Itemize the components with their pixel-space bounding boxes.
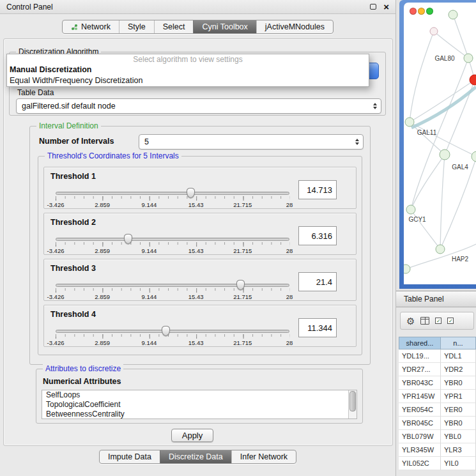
tick-label: 15.43 bbox=[188, 201, 204, 208]
gear-icon[interactable]: ⚙ bbox=[406, 316, 415, 326]
numerical-attributes-list[interactable]: SelfLoopsTopologicalCoefficientBetweenne… bbox=[42, 390, 357, 419]
network-node-gal11[interactable] bbox=[405, 118, 414, 127]
tab-discretize-data[interactable]: Discretize Data bbox=[160, 450, 231, 463]
tab-label: Infer Network bbox=[240, 452, 288, 461]
numerical-attribute-item[interactable]: BetweennessCentrality bbox=[42, 410, 357, 419]
threshold-value-field[interactable]: 21.4 bbox=[298, 272, 337, 291]
network-node[interactable] bbox=[449, 10, 457, 19]
thresholds-group: Threshold's Coordinates for 5 Intervals … bbox=[38, 156, 362, 355]
network-node[interactable] bbox=[472, 151, 476, 162]
dropdown-option-equal-width-frequency-discretization[interactable]: Equal Width/Frequency Discretization bbox=[7, 75, 369, 86]
column-header-name[interactable]: n... bbox=[441, 337, 476, 349]
dropdown-option-manual-discretization[interactable]: Manual Discretization bbox=[7, 65, 369, 75]
network-node-gal80[interactable] bbox=[464, 54, 473, 63]
node-label: GAL11 bbox=[417, 129, 437, 136]
algorithm-dropdown-popup: Select algorithm to view settings Manual… bbox=[6, 54, 369, 87]
tab-jactivemnodules[interactable]: jActiveMNodules bbox=[256, 20, 333, 33]
tick-label: 15.43 bbox=[188, 247, 204, 254]
bottom-tabgroup: Impute DataDiscretize DataInfer Network bbox=[99, 450, 296, 464]
network-node-gcy1[interactable] bbox=[406, 205, 415, 214]
network-edge[interactable] bbox=[410, 80, 475, 122]
network-edge[interactable] bbox=[440, 155, 445, 249]
threshold-slider[interactable]: -3.4262.8599.14415.4321.71528 bbox=[56, 280, 289, 300]
bottom-tabbar: Impute DataDiscretize DataInfer Network bbox=[0, 450, 395, 464]
tab-select[interactable]: Select bbox=[154, 20, 194, 33]
slider-tick-labels: -3.4262.8599.14415.4321.71528 bbox=[56, 293, 289, 300]
network-canvas[interactable]: GAL80GAL11GAL4GCY1HAP2 bbox=[404, 3, 476, 284]
network-node-hap2[interactable] bbox=[436, 245, 445, 254]
network-edge[interactable] bbox=[453, 15, 468, 58]
table-row[interactable]: YBL079WYBL0 bbox=[399, 430, 476, 443]
tick-label: 21.715 bbox=[233, 339, 252, 346]
column-header-shared-name[interactable]: shared... bbox=[399, 337, 441, 349]
list-scrollbar[interactable] bbox=[348, 390, 357, 418]
tick-label: 28 bbox=[286, 293, 293, 300]
table-cell: YBR045C bbox=[399, 417, 441, 430]
threshold-value-field[interactable]: 14.713 bbox=[298, 180, 337, 199]
table-row[interactable]: YIL052CYIL0 bbox=[399, 457, 476, 470]
network-node[interactable] bbox=[430, 27, 438, 35]
apply-button[interactable]: Apply bbox=[171, 429, 213, 442]
table-row[interactable]: YER054CYER0 bbox=[399, 403, 476, 417]
table-row[interactable]: YBR045CYBR0 bbox=[399, 417, 476, 430]
threshold-slider[interactable]: -3.4262.8599.14415.4321.71528 bbox=[56, 234, 289, 254]
close-icon[interactable]: × bbox=[383, 2, 389, 12]
columns-icon[interactable] bbox=[420, 317, 429, 325]
tick-label: 28 bbox=[286, 247, 293, 254]
slider-thumb[interactable] bbox=[187, 188, 195, 198]
tick-label: 9.144 bbox=[142, 201, 157, 208]
tab-network[interactable]: Network bbox=[63, 20, 119, 33]
numerical-attributes-label: Numerical Attributes bbox=[43, 377, 121, 386]
tab-impute-data[interactable]: Impute Data bbox=[100, 450, 160, 463]
network-node-gal4[interactable] bbox=[440, 150, 450, 160]
numerical-attribute-item[interactable]: SelfLoops bbox=[42, 390, 357, 400]
float-window-icon[interactable] bbox=[370, 4, 376, 10]
slider-track[interactable] bbox=[56, 192, 289, 195]
table-data-combobox[interactable]: galFiltered.sif default node bbox=[16, 98, 381, 114]
network-edge[interactable] bbox=[411, 155, 445, 210]
table-row[interactable]: YDL19...YDL1 bbox=[399, 349, 476, 363]
right-panel: GAL80GAL11GAL4GCY1HAP2 Table Panel ⚙ ✓ ✓… bbox=[396, 0, 476, 476]
tab-infer-network[interactable]: Infer Network bbox=[231, 450, 296, 463]
table-cell: YBR0 bbox=[441, 417, 476, 430]
threshold-value-field[interactable]: 6.316 bbox=[298, 226, 337, 245]
tab-style[interactable]: Style bbox=[119, 20, 154, 33]
network-edge[interactable] bbox=[434, 31, 468, 58]
table-row[interactable]: YLR345WYLR3 bbox=[399, 443, 476, 457]
network-edge-thick[interactable] bbox=[411, 87, 476, 128]
tick-label: 2.859 bbox=[95, 293, 110, 300]
select-all-icon[interactable]: ✓ bbox=[435, 318, 441, 324]
slider-track[interactable] bbox=[56, 330, 289, 333]
dropdown-options: Manual DiscretizationEqual Width/Frequen… bbox=[7, 65, 369, 86]
attributes-group: Attributes to discretize Numerical Attri… bbox=[36, 369, 363, 424]
numerical-attribute-item[interactable]: TopologicalCoefficient bbox=[42, 400, 357, 410]
threshold-slider[interactable]: -3.4262.8599.14415.4321.71528 bbox=[56, 326, 289, 346]
tick-label: 15.43 bbox=[188, 339, 204, 346]
slider-thumb[interactable] bbox=[162, 326, 170, 336]
table-header-row: shared... n... bbox=[399, 337, 476, 349]
table-data-value: galFiltered.sif default node bbox=[22, 102, 116, 111]
slider-thumb[interactable] bbox=[236, 280, 245, 290]
slider-track[interactable] bbox=[56, 284, 289, 287]
num-intervals-combobox[interactable]: 5 bbox=[139, 134, 364, 150]
table-panel: ⚙ ✓ ✓ shared... n... YDL19...YDL1YDR27..… bbox=[396, 307, 476, 476]
network-edge[interactable] bbox=[410, 31, 434, 122]
slider-track[interactable] bbox=[56, 238, 289, 241]
tick-label: -3.426 bbox=[47, 247, 65, 254]
select-shown-icon[interactable]: ✓ bbox=[447, 318, 454, 324]
threshold-label: Threshold 1 bbox=[50, 172, 96, 181]
tab-cyni-toolbox[interactable]: Cyni Toolbox bbox=[193, 20, 256, 33]
network-graph[interactable]: GAL80GAL11GAL4GCY1HAP2 bbox=[404, 3, 476, 284]
network-node[interactable] bbox=[404, 265, 410, 273]
threshold-value-field[interactable]: 11.344 bbox=[298, 318, 337, 337]
table-row[interactable]: YBR043CYBR0 bbox=[399, 376, 476, 390]
threshold-slider[interactable]: -3.4262.8599.14415.4321.71528 bbox=[56, 188, 289, 208]
dropdown-placeholder: Select algorithm to view settings bbox=[7, 54, 369, 65]
table-row[interactable]: YPR145WYPR1 bbox=[399, 390, 476, 403]
network-view-window[interactable]: GAL80GAL11GAL4GCY1HAP2 bbox=[399, 0, 476, 289]
control-panel-titlebar: Control Panel × bbox=[0, 0, 395, 14]
network-node[interactable] bbox=[470, 75, 476, 85]
table-row[interactable]: YDR27...YDR2 bbox=[399, 363, 476, 376]
tick-label: 21.715 bbox=[233, 201, 252, 208]
list-scrollbar-thumb[interactable] bbox=[349, 391, 356, 411]
